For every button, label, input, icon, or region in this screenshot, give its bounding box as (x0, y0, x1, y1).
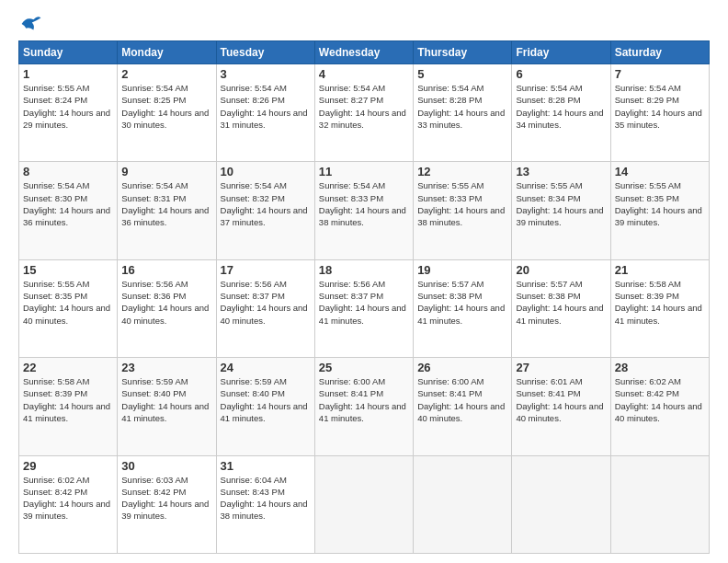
day-info: Sunrise: 5:57 AM Sunset: 8:38 PM Dayligh… (516, 278, 606, 327)
day-number: 19 (417, 263, 507, 277)
calendar-week-1: 1 Sunrise: 5:55 AM Sunset: 8:24 PM Dayli… (19, 64, 710, 162)
daylight-label: Daylight: 14 hours and 41 minutes. (121, 401, 209, 423)
sunrise-label: Sunrise: 5:54 AM (615, 83, 681, 93)
day-number: 25 (319, 361, 409, 374)
day-cell-5: 5 Sunrise: 5:54 AM Sunset: 8:28 PM Dayli… (414, 64, 512, 162)
day-cell-13: 13 Sunrise: 5:55 AM Sunset: 8:34 PM Dayl… (512, 162, 610, 259)
calendar-week-5: 29 Sunrise: 6:02 AM Sunset: 8:42 PM Dayl… (19, 455, 710, 553)
daylight-label: Daylight: 14 hours and 38 minutes. (221, 499, 308, 521)
day-info: Sunrise: 5:55 AM Sunset: 8:35 PM Dayligh… (615, 179, 705, 228)
sunrise-label: Sunrise: 5:57 AM (516, 279, 582, 289)
sunset-label: Sunset: 8:32 PM (221, 193, 285, 203)
sunset-label: Sunset: 8:39 PM (23, 388, 87, 398)
day-number: 4 (319, 67, 409, 81)
day-number: 11 (319, 165, 409, 178)
sunset-label: Sunset: 8:41 PM (516, 388, 580, 398)
day-cell-4: 4 Sunrise: 5:54 AM Sunset: 8:27 PM Dayli… (314, 64, 413, 162)
sunrise-label: Sunrise: 5:55 AM (23, 279, 89, 289)
daylight-label: Daylight: 14 hours and 32 minutes. (319, 108, 406, 130)
day-cell-14: 14 Sunrise: 5:55 AM Sunset: 8:35 PM Dayl… (610, 162, 709, 259)
day-info: Sunrise: 5:54 AM Sunset: 8:31 PM Dayligh… (121, 179, 211, 228)
day-info: Sunrise: 5:54 AM Sunset: 8:28 PM Dayligh… (516, 82, 606, 131)
sunrise-label: Sunrise: 6:00 AM (417, 376, 483, 386)
day-number: 31 (221, 459, 311, 473)
sunrise-label: Sunrise: 5:58 AM (23, 376, 89, 386)
daylight-label: Daylight: 14 hours and 41 minutes. (615, 303, 702, 325)
day-cell-27: 27 Sunrise: 6:01 AM Sunset: 8:41 PM Dayl… (512, 358, 610, 455)
day-info: Sunrise: 5:55 AM Sunset: 8:35 PM Dayligh… (23, 278, 113, 327)
day-cell-11: 11 Sunrise: 5:54 AM Sunset: 8:33 PM Dayl… (314, 162, 413, 259)
daylight-label: Daylight: 14 hours and 33 minutes. (417, 108, 505, 130)
daylight-label: Daylight: 14 hours and 39 minutes. (615, 205, 702, 227)
daylight-label: Daylight: 14 hours and 41 minutes. (319, 401, 406, 423)
day-number: 23 (121, 361, 211, 374)
sunrise-label: Sunrise: 5:54 AM (121, 83, 188, 93)
col-header-wednesday: Wednesday (314, 41, 413, 64)
daylight-label: Daylight: 14 hours and 29 minutes. (23, 108, 110, 130)
day-info: Sunrise: 5:54 AM Sunset: 8:32 PM Dayligh… (221, 179, 311, 228)
empty-cell (610, 455, 709, 553)
day-number: 27 (516, 361, 606, 374)
sunset-label: Sunset: 8:37 PM (319, 291, 383, 301)
col-header-saturday: Saturday (610, 41, 709, 64)
daylight-label: Daylight: 14 hours and 40 minutes. (23, 303, 110, 325)
sunrise-label: Sunrise: 5:54 AM (221, 83, 287, 93)
day-number: 29 (23, 459, 113, 473)
header (18, 15, 710, 33)
day-info: Sunrise: 5:59 AM Sunset: 8:40 PM Dayligh… (121, 375, 211, 424)
sunset-label: Sunset: 8:26 PM (221, 95, 285, 105)
day-info: Sunrise: 5:54 AM Sunset: 8:25 PM Dayligh… (121, 82, 211, 131)
day-info: Sunrise: 5:56 AM Sunset: 8:36 PM Dayligh… (121, 278, 211, 327)
day-info: Sunrise: 5:54 AM Sunset: 8:29 PM Dayligh… (615, 82, 705, 131)
sunset-label: Sunset: 8:30 PM (23, 193, 87, 203)
day-cell-21: 21 Sunrise: 5:58 AM Sunset: 8:39 PM Dayl… (610, 259, 709, 357)
day-info: Sunrise: 5:55 AM Sunset: 8:34 PM Dayligh… (516, 179, 606, 228)
day-info: Sunrise: 6:00 AM Sunset: 8:41 PM Dayligh… (417, 375, 507, 424)
sunrise-label: Sunrise: 6:04 AM (221, 475, 287, 485)
day-info: Sunrise: 6:03 AM Sunset: 8:42 PM Dayligh… (121, 474, 211, 523)
sunset-label: Sunset: 8:42 PM (615, 388, 679, 398)
sunrise-label: Sunrise: 5:56 AM (121, 279, 188, 289)
day-cell-22: 22 Sunrise: 5:58 AM Sunset: 8:39 PM Dayl… (19, 358, 118, 455)
day-cell-25: 25 Sunrise: 6:00 AM Sunset: 8:41 PM Dayl… (314, 358, 413, 455)
day-cell-17: 17 Sunrise: 5:56 AM Sunset: 8:37 PM Dayl… (216, 259, 314, 357)
day-cell-10: 10 Sunrise: 5:54 AM Sunset: 8:32 PM Dayl… (216, 162, 314, 259)
day-info: Sunrise: 6:02 AM Sunset: 8:42 PM Dayligh… (615, 375, 705, 424)
day-cell-31: 31 Sunrise: 6:04 AM Sunset: 8:43 PM Dayl… (216, 455, 314, 553)
day-info: Sunrise: 5:54 AM Sunset: 8:27 PM Dayligh… (319, 82, 409, 131)
daylight-label: Daylight: 14 hours and 41 minutes. (23, 401, 110, 423)
day-cell-18: 18 Sunrise: 5:56 AM Sunset: 8:37 PM Dayl… (314, 259, 413, 357)
sunset-label: Sunset: 8:42 PM (23, 487, 87, 497)
daylight-label: Daylight: 14 hours and 41 minutes. (417, 303, 505, 325)
day-cell-3: 3 Sunrise: 5:54 AM Sunset: 8:26 PM Dayli… (216, 64, 314, 162)
col-header-thursday: Thursday (414, 41, 512, 64)
calendar-week-4: 22 Sunrise: 5:58 AM Sunset: 8:39 PM Dayl… (19, 358, 710, 455)
empty-cell (512, 455, 610, 553)
day-number: 5 (417, 67, 507, 81)
sunset-label: Sunset: 8:28 PM (417, 95, 482, 105)
logo (18, 15, 42, 33)
day-number: 10 (221, 165, 311, 178)
sunrise-label: Sunrise: 6:01 AM (516, 376, 582, 386)
sunset-label: Sunset: 8:38 PM (417, 291, 482, 301)
daylight-label: Daylight: 14 hours and 39 minutes. (516, 205, 603, 227)
day-cell-7: 7 Sunrise: 5:54 AM Sunset: 8:29 PM Dayli… (610, 64, 709, 162)
daylight-label: Daylight: 14 hours and 40 minutes. (615, 401, 702, 423)
sunrise-label: Sunrise: 5:55 AM (417, 180, 483, 190)
col-header-tuesday: Tuesday (216, 41, 314, 64)
sunset-label: Sunset: 8:35 PM (615, 193, 679, 203)
day-info: Sunrise: 5:56 AM Sunset: 8:37 PM Dayligh… (221, 278, 311, 327)
daylight-label: Daylight: 14 hours and 40 minutes. (417, 401, 505, 423)
sunrise-label: Sunrise: 5:54 AM (221, 180, 287, 190)
day-info: Sunrise: 5:57 AM Sunset: 8:38 PM Dayligh… (417, 278, 507, 327)
calendar: SundayMondayTuesdayWednesdayThursdayFrid… (18, 40, 710, 554)
day-number: 20 (516, 263, 606, 277)
day-info: Sunrise: 5:54 AM Sunset: 8:26 PM Dayligh… (221, 82, 311, 131)
day-cell-28: 28 Sunrise: 6:02 AM Sunset: 8:42 PM Dayl… (610, 358, 709, 455)
day-info: Sunrise: 5:58 AM Sunset: 8:39 PM Dayligh… (23, 375, 113, 424)
daylight-label: Daylight: 14 hours and 35 minutes. (615, 108, 702, 130)
day-number: 22 (23, 361, 113, 374)
daylight-label: Daylight: 14 hours and 37 minutes. (221, 205, 308, 227)
day-cell-26: 26 Sunrise: 6:00 AM Sunset: 8:41 PM Dayl… (414, 358, 512, 455)
sunset-label: Sunset: 8:36 PM (121, 291, 186, 301)
